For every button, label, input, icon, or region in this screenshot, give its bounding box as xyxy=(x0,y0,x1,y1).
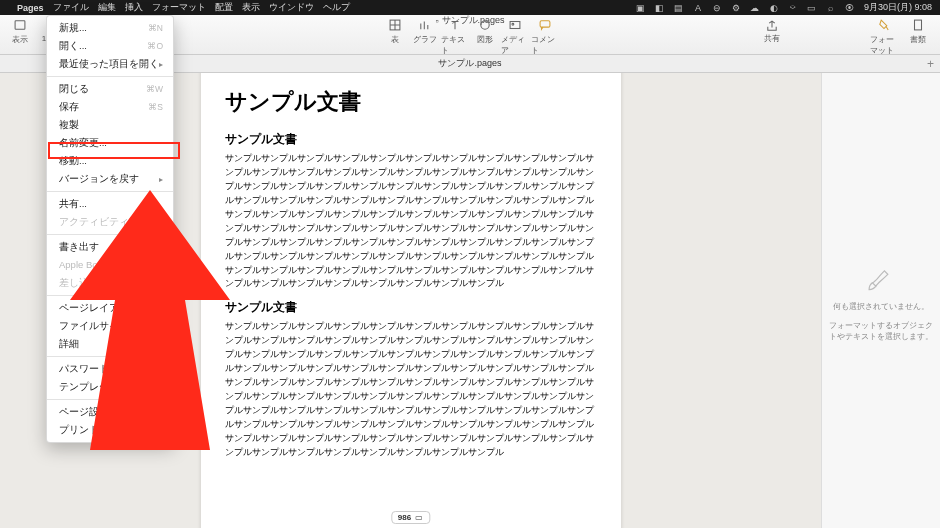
format-panel-button[interactable]: フォーマット xyxy=(870,18,898,56)
thumb-icon: ▭ xyxy=(415,513,423,522)
svg-rect-8 xyxy=(915,20,922,30)
status-icon[interactable]: ▣ xyxy=(636,3,646,13)
doc-heading-2[interactable]: サンプル文書 xyxy=(225,299,597,316)
svg-rect-7 xyxy=(540,20,550,26)
doc-heading-1[interactable]: サンプル文書 xyxy=(225,87,597,117)
tab[interactable]: サンプル.pages xyxy=(438,57,501,70)
share-label: 共有 xyxy=(764,33,780,44)
menu-item-close[interactable]: 閉じる⌘W xyxy=(47,80,173,98)
control-center-icon[interactable]: ⦿ xyxy=(845,3,855,13)
status-icon[interactable]: ☁ xyxy=(750,3,760,13)
status-icon[interactable]: ◐ xyxy=(769,3,779,13)
inspector-empty-sub: フォーマットするオブジェクトやテキストを選択します。 xyxy=(828,320,934,342)
annotation-arrow xyxy=(60,190,240,460)
menu-item-save[interactable]: 保存⌘S xyxy=(47,98,173,116)
insert-media-button[interactable]: メディア xyxy=(501,18,529,56)
doc-paragraph[interactable]: サンプルサンプルサンプルサンプルサンプルサンプルサンプルサンプルサンプルサンプル… xyxy=(225,320,597,459)
menu-insert[interactable]: 挿入 xyxy=(125,1,143,14)
insert-comment-button[interactable]: コメント xyxy=(531,18,559,56)
menu-item-recent[interactable]: 最近使った項目を開く▸ xyxy=(47,55,173,73)
wifi-icon[interactable]: ⌔ xyxy=(788,3,798,13)
insert-text-button[interactable]: テキスト xyxy=(441,18,469,56)
menu-format[interactable]: フォーマット xyxy=(152,1,206,14)
svg-marker-9 xyxy=(70,190,230,450)
svg-point-4 xyxy=(481,20,489,28)
menu-item-revert[interactable]: バージョンを戻す▸ xyxy=(47,170,173,188)
status-icon[interactable]: ⊖ xyxy=(712,3,722,13)
insert-table-button[interactable]: 表 xyxy=(381,18,409,45)
menu-edit[interactable]: 編集 xyxy=(98,1,116,14)
insert-shape-button[interactable]: 図形 xyxy=(471,18,499,45)
document-page[interactable]: サンプル文書 サンプル文書 サンプルサンプルサンプルサンプルサンプルサンプルサン… xyxy=(201,73,621,528)
battery-icon[interactable]: ▭ xyxy=(807,3,817,13)
menu-file[interactable]: ファイル xyxy=(53,1,89,14)
status-icon[interactable]: ⚙ xyxy=(731,3,741,13)
search-icon[interactable]: ⌕ xyxy=(826,3,836,13)
inspector-empty-title: 何も選択されていません。 xyxy=(833,301,929,312)
new-tab-button[interactable]: + xyxy=(927,57,934,71)
view-button[interactable]: 表示 xyxy=(6,18,34,45)
svg-point-6 xyxy=(512,23,514,25)
menu-item-new[interactable]: 新規...⌘N xyxy=(47,19,173,37)
brush-icon xyxy=(864,259,898,293)
menu-view[interactable]: 表示 xyxy=(242,1,260,14)
app-name[interactable]: Pages xyxy=(17,3,44,13)
svg-rect-0 xyxy=(15,20,25,28)
annotation-highlight xyxy=(48,142,180,159)
status-icon[interactable]: A xyxy=(693,3,703,13)
menu-arrange[interactable]: 配置 xyxy=(215,1,233,14)
doc-heading-2[interactable]: サンプル文書 xyxy=(225,131,597,148)
svg-rect-5 xyxy=(510,21,520,28)
share-icon[interactable] xyxy=(765,19,779,33)
menu-item-open[interactable]: 開く...⌘O xyxy=(47,37,173,55)
menu-window[interactable]: ウインドウ xyxy=(269,1,314,14)
clock[interactable]: 9月30日(月) 9:08 xyxy=(864,1,932,14)
insert-chart-button[interactable]: グラフ xyxy=(411,18,439,45)
status-icon[interactable]: ▤ xyxy=(674,3,684,13)
document-panel-button[interactable]: 書類 xyxy=(904,18,932,45)
page-count-indicator[interactable]: 986 ▭ xyxy=(391,511,430,524)
status-icon[interactable]: ◧ xyxy=(655,3,665,13)
doc-paragraph[interactable]: サンプルサンプルサンプルサンプルサンプルサンプルサンプルサンプルサンプルサンプル… xyxy=(225,152,597,291)
menu-help[interactable]: ヘルプ xyxy=(323,1,350,14)
menu-item-duplicate[interactable]: 複製 xyxy=(47,116,173,134)
format-inspector: 何も選択されていません。 フォーマットするオブジェクトやテキストを選択します。 xyxy=(821,73,940,528)
